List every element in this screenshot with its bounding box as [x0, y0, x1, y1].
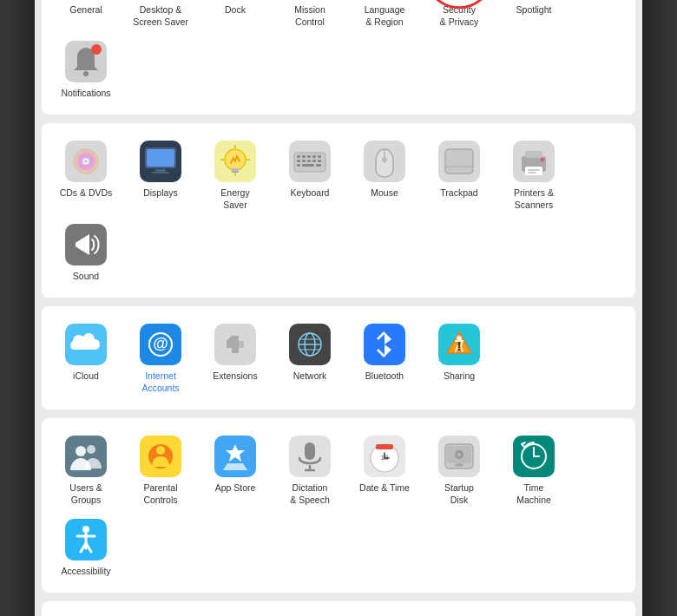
keyboard-label: Keyboard [291, 187, 330, 200]
extensions-icon [214, 324, 256, 365]
bluetooth-item[interactable]: Bluetooth [347, 317, 422, 399]
cds-icon-wrap [63, 139, 108, 184]
network-icon [289, 324, 331, 365]
mouse-icon-wrap [362, 139, 407, 184]
svg-rect-51 [152, 172, 169, 174]
extensions-icon-wrap [213, 322, 258, 367]
svg-rect-111 [305, 442, 315, 460]
notifications-label: Notifications [61, 88, 110, 100]
svg-rect-82 [528, 172, 536, 174]
svg-point-41 [91, 44, 102, 55]
sharing-label: Sharing [444, 370, 475, 383]
general-item[interactable]: General [49, 0, 123, 34]
notifications-item[interactable]: Notifications [49, 34, 123, 105]
dock-icon-wrap [213, 0, 258, 1]
mouse-icon [364, 141, 405, 182]
svg-rect-64 [302, 160, 306, 162]
datetime-item[interactable]: 18 Date & Time [347, 429, 422, 511]
language-label: Language& Region [365, 4, 405, 28]
sound-item[interactable]: Sound [49, 217, 123, 288]
dictation-item[interactable]: Dictation& Speech [273, 429, 347, 511]
security-item[interactable]: Security& Privacy [422, 0, 496, 34]
svg-rect-66 [312, 160, 316, 162]
notifications-icon [65, 41, 107, 82]
hardware-section: CDs & DVDs Displays [42, 123, 635, 298]
svg-rect-79 [525, 151, 542, 158]
dock-item[interactable]: Dock [198, 0, 273, 34]
svg-rect-61 [312, 155, 316, 158]
icloud-icon-wrap [63, 322, 108, 367]
displays-label: Displays [143, 187, 178, 200]
sharing-item[interactable]: ! Sharing [422, 317, 496, 399]
appstore-label: App Store [215, 482, 256, 495]
appstore-item[interactable]: App Store [198, 429, 273, 511]
internet-section: iCloud @ InternetAccounts [42, 306, 635, 410]
svg-rect-50 [155, 169, 166, 172]
parental-icon-wrap [138, 434, 183, 479]
accessibility-item[interactable]: Accessibility [49, 512, 123, 583]
network-item[interactable]: Network [273, 317, 347, 399]
svg-rect-58 [297, 155, 300, 158]
svg-point-108 [156, 446, 165, 455]
accessibility-label: Accessibility [61, 566, 110, 578]
timemachine-label: TimeMachine [516, 482, 551, 506]
keyboard-item[interactable]: Keyboard [273, 134, 347, 216]
users-icon-wrap [63, 434, 108, 479]
spotlight-item[interactable]: Spotlight [496, 0, 571, 34]
svg-rect-49 [147, 149, 174, 167]
datetime-label: Date & Time [359, 482, 410, 495]
timemachine-icon-wrap [511, 434, 556, 479]
network-label: Network [293, 370, 327, 383]
printers-label: Printers &Scanners [514, 187, 554, 211]
keyboard-icon-wrap [287, 139, 332, 184]
extensions-item[interactable]: Extensions [198, 317, 273, 399]
desktop-item[interactable]: File Desktop &Screen Saver [123, 0, 198, 34]
users-icon [65, 436, 107, 477]
keyboard-icon [289, 141, 331, 182]
trackpad-icon [438, 141, 480, 182]
icloud-label: iCloud [73, 370, 99, 383]
svg-rect-70 [316, 164, 321, 167]
startup-icon [438, 436, 480, 477]
printers-icon-wrap [511, 139, 556, 184]
printers-item[interactable]: Printers &Scanners [496, 134, 571, 216]
security-icon-wrap [437, 0, 482, 1]
svg-point-104 [76, 446, 86, 456]
bluetooth-icon [364, 324, 405, 365]
java-item[interactable]: JAVA Java [49, 612, 123, 616]
svg-point-125 [457, 453, 461, 456]
mouse-item[interactable]: Mouse [347, 134, 422, 216]
language-icon-wrap [362, 0, 407, 1]
svg-point-73 [382, 157, 387, 162]
accessibility-icon-wrap [63, 517, 108, 562]
startup-item[interactable]: StartupDisk [422, 429, 496, 511]
language-item[interactable]: Language& Region [347, 0, 422, 34]
monitoring-item[interactable]: ? MonitoringClient [123, 612, 198, 616]
internet-item[interactable]: @ InternetAccounts [123, 317, 198, 399]
dock-label: Dock [225, 4, 246, 16]
trackpad-item[interactable]: Trackpad [422, 134, 496, 216]
datetime-icon: 18 [364, 436, 405, 477]
icloud-item[interactable]: iCloud [49, 317, 123, 399]
icloud-icon [65, 324, 107, 365]
printopia-item[interactable]: Printopia [198, 612, 273, 616]
parental-item[interactable]: ParentalControls [123, 429, 198, 511]
security-label: Security& Privacy [440, 4, 478, 28]
trackpad-icon-wrap [437, 139, 482, 184]
energy-item[interactable]: EnergySaver [198, 134, 273, 216]
timemachine-item[interactable]: TimeMachine [496, 429, 571, 511]
displays-item[interactable]: Displays [123, 134, 198, 216]
users-item[interactable]: Users &Groups [49, 429, 123, 511]
mission-item[interactable]: MissionControl [273, 0, 347, 34]
system-section: Users &Groups ParentalControls [42, 418, 635, 593]
general-icon-wrap [63, 0, 108, 1]
extensions-label: Extensions [213, 370, 257, 383]
spotlight-icon-wrap [511, 0, 556, 1]
datetime-icon-wrap: 18 [362, 434, 407, 479]
svg-rect-60 [307, 155, 311, 158]
sharing-icon-wrap: ! [437, 322, 482, 367]
personal-section: General File De [42, 0, 635, 115]
cds-item[interactable]: CDs & DVDs [49, 134, 123, 216]
svg-rect-75 [445, 149, 473, 174]
internet-label: InternetAccounts [141, 370, 179, 394]
